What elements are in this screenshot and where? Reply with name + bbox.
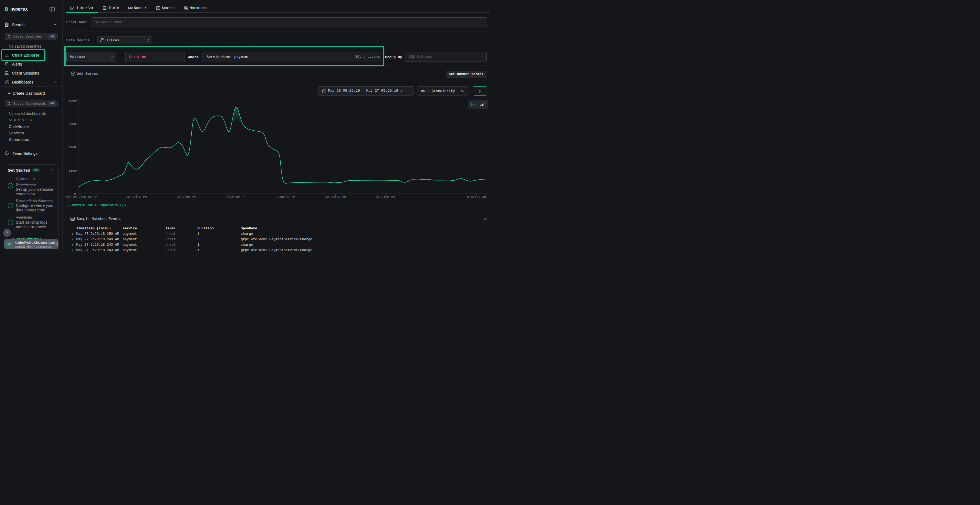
svg-text:12:30:00 PM: 12:30:00 PM <box>126 195 147 199</box>
svg-text:May 26 9:00:00 AM: May 26 9:00:00 AM <box>65 195 97 199</box>
svg-text:300M: 300M <box>68 146 76 149</box>
svg-text:6:30:00 PM: 6:30:00 PM <box>226 195 245 199</box>
svg-text:600M: 600M <box>68 99 76 103</box>
svg-text:450M: 450M <box>68 122 76 126</box>
svg-text:9:00:00 AM: 9:00:00 AM <box>467 195 486 199</box>
svg-text:3:30:00 PM: 3:30:00 PM <box>177 195 196 199</box>
svg-text:150M: 150M <box>68 169 76 173</box>
svg-text:12:30:00 AM: 12:30:00 AM <box>325 195 346 199</box>
svg-text:3:30:00 AM: 3:30:00 AM <box>376 195 395 199</box>
svg-text:9:30:00 PM: 9:30:00 PM <box>276 195 295 199</box>
